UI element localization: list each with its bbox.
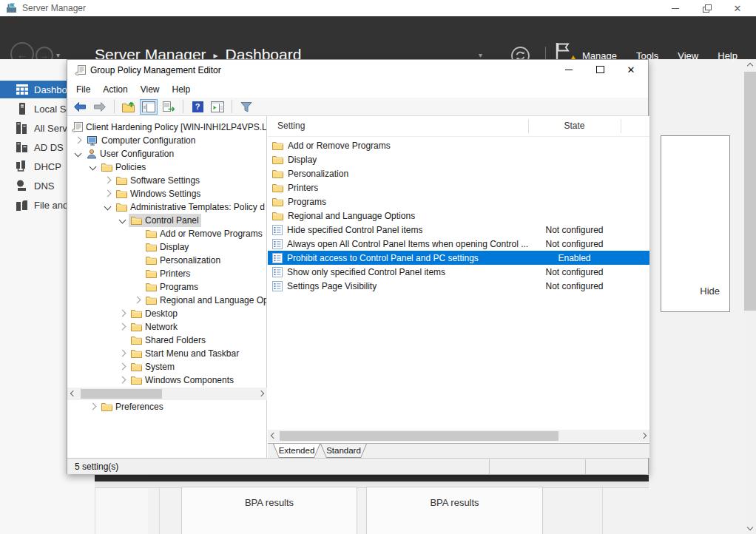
- scrollbar-thumb[interactable]: [280, 431, 558, 441]
- expand-chevron-icon[interactable]: [104, 177, 112, 184]
- folder-icon: [116, 176, 127, 185]
- tree-item-label: Computer Configuration: [101, 135, 195, 146]
- setting-name: Display: [288, 155, 317, 165]
- console-tree-icon[interactable]: [140, 99, 158, 115]
- tree-item-personalization[interactable]: Personalization: [67, 254, 267, 267]
- maximize-button[interactable]: [584, 61, 615, 78]
- help-icon[interactable]: ?: [189, 99, 206, 115]
- setting-row-programs[interactable]: Programs: [268, 195, 649, 209]
- expand-chevron-icon[interactable]: [90, 403, 97, 410]
- tree-item-regional-and-language-opt[interactable]: Regional and Language Opt: [67, 294, 267, 307]
- minimize-button[interactable]: [553, 61, 584, 78]
- column-divider[interactable]: [528, 119, 529, 133]
- tree-item-printers[interactable]: Printers: [67, 267, 267, 280]
- close-button[interactable]: ✕: [615, 61, 647, 78]
- collapse-chevron-icon[interactable]: [104, 203, 112, 211]
- setting-row-regional-and-language-options[interactable]: Regional and Language Options: [268, 209, 649, 223]
- up-level-icon[interactable]: [120, 99, 138, 115]
- tile-border: [602, 487, 603, 534]
- column-header-setting[interactable]: Setting: [277, 121, 305, 131]
- action-pane-icon[interactable]: [209, 99, 226, 115]
- expand-chevron-icon[interactable]: [119, 363, 126, 371]
- collapse-chevron-icon[interactable]: [75, 150, 82, 158]
- tree-item-system[interactable]: System: [67, 360, 267, 374]
- gpme-titlebar[interactable]: Group Policy Management Editor ✕: [67, 60, 648, 81]
- header-menu-view[interactable]: View: [678, 50, 698, 61]
- gpme-app-icon: [75, 64, 87, 76]
- setting-row-printers[interactable]: Printers: [268, 180, 649, 195]
- tree-item-network[interactable]: Network: [67, 320, 267, 334]
- tree-horizontal-scrollbar[interactable]: [67, 388, 267, 400]
- setting-row-personalization[interactable]: Personalization: [268, 166, 649, 180]
- expand-chevron-icon[interactable]: [119, 350, 126, 357]
- tree-item-user-configuration[interactable]: User Configuration: [67, 147, 267, 160]
- tree-item-control-panel[interactable]: Control Panel: [67, 214, 267, 227]
- setting-row-display[interactable]: Display: [268, 152, 649, 166]
- filter-icon[interactable]: [237, 99, 255, 115]
- scroll-down-icon[interactable]: [747, 524, 753, 530]
- hide-button[interactable]: Hide: [700, 285, 720, 297]
- gpme-menu-action[interactable]: Action: [103, 84, 127, 95]
- forward-icon[interactable]: [91, 99, 109, 115]
- tree-item-software-settings[interactable]: Software Settings: [67, 174, 267, 187]
- expand-chevron-icon[interactable]: [75, 137, 82, 144]
- scrollbar-thumb[interactable]: [744, 72, 756, 311]
- tree-item-windows-components[interactable]: Windows Components: [67, 374, 267, 387]
- tree-item-administrative-templates-policy-d[interactable]: Administrative Templates: Policy d: [67, 200, 267, 214]
- scroll-left-icon[interactable]: [70, 391, 76, 396]
- dashboard-dark-band: [95, 475, 649, 481]
- tree-item-shared-folders[interactable]: Shared Folders: [67, 334, 267, 347]
- setting-row-prohibit-access-to-control-panel-and-pc-settings[interactable]: Prohibit access to Control Panel and PC …: [268, 251, 649, 265]
- minimize-button[interactable]: [660, 0, 691, 16]
- tree-item-programs[interactable]: Programs: [67, 280, 267, 294]
- collapse-chevron-icon[interactable]: [90, 163, 97, 171]
- setting-icon: [272, 225, 283, 235]
- expand-chevron-icon[interactable]: [119, 323, 126, 331]
- setting-row-settings-page-visibility[interactable]: Settings Page VisibilityNot configured: [268, 279, 649, 293]
- setting-row-show-only-specified-control-panel-items[interactable]: Show only specified Control Panel itemsN…: [268, 265, 649, 279]
- export-list-icon[interactable]: [160, 99, 178, 115]
- scroll-left-icon[interactable]: [271, 433, 277, 439]
- setting-row-add-or-remove-programs[interactable]: Add or Remove Programs: [268, 138, 649, 152]
- tab-standard[interactable]: Standard: [320, 444, 367, 458]
- restore-button[interactable]: [691, 0, 722, 16]
- nav-dropdown-icon[interactable]: ▾: [56, 51, 60, 59]
- gpme-menu-view[interactable]: View: [141, 84, 160, 95]
- gpme-menu-help[interactable]: Help: [172, 84, 191, 95]
- header-menu-help[interactable]: Help: [718, 50, 738, 61]
- tree-item-desktop[interactable]: Desktop: [67, 307, 267, 320]
- tree-item-preferences[interactable]: Preferences: [67, 400, 267, 413]
- setting-row-hide-specified-control-panel-items[interactable]: Hide specified Control Panel itemsNot co…: [268, 223, 649, 237]
- back-icon[interactable]: [71, 99, 89, 115]
- os-titlebar[interactable]: Server Manager ✕: [0, 0, 756, 16]
- tree-item-add-or-remove-programs[interactable]: Add or Remove Programs: [67, 227, 267, 240]
- expand-chevron-icon[interactable]: [104, 190, 112, 197]
- scroll-right-icon[interactable]: [641, 433, 647, 439]
- tree-item-computer-configuration[interactable]: Computer Configuration: [67, 134, 267, 147]
- list-horizontal-scrollbar[interactable]: [268, 430, 649, 442]
- sidebar-item-label: File and: [34, 200, 68, 211]
- tree-item-policies[interactable]: Policies: [67, 160, 267, 174]
- page-vertical-scrollbar[interactable]: [744, 59, 756, 534]
- tree-item-display[interactable]: Display: [67, 240, 267, 254]
- scrollbar-thumb[interactable]: [81, 389, 162, 399]
- gpme-menubar: FileActionViewHelp: [67, 81, 648, 98]
- expand-chevron-icon[interactable]: [119, 310, 126, 317]
- column-header-state[interactable]: State: [528, 121, 621, 131]
- column-divider[interactable]: [621, 119, 621, 133]
- tree-item-windows-settings[interactable]: Windows Settings: [67, 187, 267, 200]
- tree-item-label: Personalization: [160, 255, 220, 266]
- gpme-menu-file[interactable]: File: [76, 84, 90, 95]
- scroll-right-icon[interactable]: [258, 391, 264, 396]
- tree-item-client-hardening-policy-win-inhi2lp4vps-l[interactable]: Client Hardening Policy [WIN-INHI2LP4VPS…: [67, 121, 267, 134]
- tree-item-label: Shared Folders: [145, 335, 206, 345]
- expand-chevron-icon[interactable]: [119, 376, 126, 384]
- close-button[interactable]: ✕: [722, 0, 753, 16]
- collapse-chevron-icon[interactable]: [119, 217, 126, 224]
- expand-chevron-icon[interactable]: [134, 297, 141, 304]
- setting-row-always-open-all-control-panel-items-when-opening-control[interactable]: Always open All Control Panel Items when…: [268, 237, 649, 251]
- scroll-up-icon[interactable]: [747, 63, 753, 69]
- tab-extended[interactable]: Extended: [273, 444, 320, 458]
- manage-dropdown-icon[interactable]: ▾: [479, 51, 482, 59]
- tree-item-start-menu-and-taskbar[interactable]: Start Menu and Taskbar: [67, 347, 267, 360]
